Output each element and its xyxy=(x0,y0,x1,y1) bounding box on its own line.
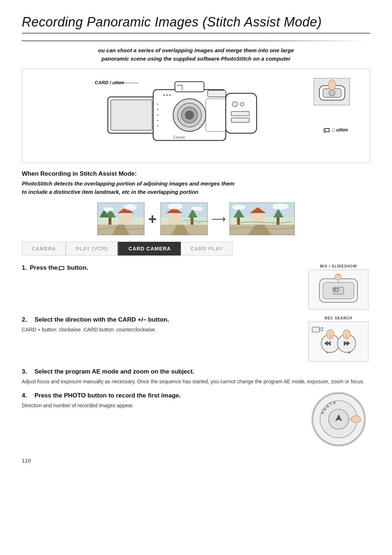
photo-thumbnail xyxy=(314,78,350,105)
svg-point-20 xyxy=(163,94,165,96)
step-4-body: Direction and number of recorded images … xyxy=(22,401,298,409)
tab-camera[interactable]: CAMERA xyxy=(22,242,66,256)
svg-point-64 xyxy=(273,204,289,209)
tab-play-vcr[interactable]: PLAY (VCR) xyxy=(66,242,118,256)
svg-marker-73 xyxy=(319,327,323,331)
svg-rect-37 xyxy=(109,217,111,225)
steps-section: 1. Press the button. MIX / SLIDESHOW xyxy=(22,264,370,446)
plus-sign: + xyxy=(148,211,156,227)
svg-point-41 xyxy=(124,204,137,210)
step-3-body: Adjust focus and exposure manually as ne… xyxy=(22,378,370,385)
svg-point-51 xyxy=(168,204,183,209)
svg-rect-49 xyxy=(168,213,181,225)
camera-diagram: CARD / utton xyxy=(22,69,370,163)
mode-tabs: CAMERA PLAY (VCR) CARD CAMERA CARD PLAY xyxy=(22,242,370,256)
step-4-heading: 4. Press the PHOTO button to record the … xyxy=(22,392,298,399)
intro-text: ou can shoot a series of overlapping ima… xyxy=(22,46,370,63)
svg-point-16 xyxy=(240,102,244,106)
svg-rect-48 xyxy=(191,217,193,225)
svg-point-63 xyxy=(232,205,245,210)
svg-rect-1 xyxy=(111,100,152,130)
svg-point-30 xyxy=(328,80,336,90)
svg-point-29 xyxy=(329,90,335,96)
step-4: 4. Press the PHOTO button to record the … xyxy=(22,392,370,446)
svg-point-91 xyxy=(351,416,361,423)
stitch-images-row: + ⟶ xyxy=(22,203,370,235)
svg-point-42 xyxy=(103,207,114,212)
step-1: 1. Press the button. MIX / SLIDESHOW xyxy=(22,264,370,310)
svg-text:Canon: Canon xyxy=(173,135,185,139)
step-2: 2. Select the direction with the CARD +/… xyxy=(22,316,370,362)
svg-rect-62 xyxy=(277,217,279,225)
svg-point-21 xyxy=(166,94,168,96)
tab-card-camera[interactable]: CARD CAMERA xyxy=(119,242,181,256)
square-button-label: □ utton xyxy=(324,127,348,132)
tab-card-play[interactable]: CARD PLAY xyxy=(181,242,233,256)
arrow-sign: ⟶ xyxy=(211,213,226,225)
step-2-body: CARD + button: clockwise. CARD button: c… xyxy=(22,326,298,334)
stitch-section-desc: PhotoStitch detects the overlapping port… xyxy=(22,180,370,196)
step-2-illustration: – + xyxy=(309,322,368,362)
page-number: 110 xyxy=(22,457,370,464)
stitch-image-1 xyxy=(97,203,144,235)
square-icon xyxy=(324,128,330,132)
stitch-image-merged xyxy=(229,203,295,235)
step-2-heading: 2. Select the direction with the CARD +/… xyxy=(22,316,298,323)
step-3-heading: 3. Select the program AE mode and zoom o… xyxy=(22,368,370,375)
svg-rect-39 xyxy=(119,213,132,225)
rec-search-label: REC SEARCH xyxy=(324,316,352,320)
step-3: 3. Select the program AE mode and zoom o… xyxy=(22,368,370,385)
svg-rect-58 xyxy=(237,217,240,225)
stitch-section-heading: When Recording in Stitch Assist Mode: xyxy=(22,170,370,177)
stitch-image-2 xyxy=(160,203,208,235)
svg-rect-8 xyxy=(208,90,226,97)
step-1-diagram: MIX / SLIDESHOW xyxy=(307,264,370,310)
step-2-diagram: REC SEARCH xyxy=(307,316,370,362)
svg-point-22 xyxy=(169,94,171,96)
mix-slideshow-label: MIX / SLIDESHOW xyxy=(320,264,357,268)
svg-rect-59 xyxy=(252,213,264,225)
svg-rect-72 xyxy=(312,327,319,332)
svg-point-52 xyxy=(191,207,203,211)
svg-point-6 xyxy=(185,111,194,119)
svg-rect-18 xyxy=(231,118,249,122)
svg-text:+: + xyxy=(348,350,351,355)
square-icon-step1 xyxy=(59,266,64,270)
step-1-heading: 1. Press the button. xyxy=(22,264,298,272)
title-divider xyxy=(22,40,370,41)
step-1-illustration xyxy=(309,270,368,310)
svg-rect-17 xyxy=(231,111,249,116)
page-title: Recording Panoramic Images (Stitch Assis… xyxy=(22,15,370,34)
svg-text:–: – xyxy=(326,350,329,355)
camera-illustration: Canon xyxy=(104,75,271,156)
step-4-diagram: PHOTO xyxy=(307,392,370,446)
step-4-illustration: PHOTO xyxy=(311,392,366,446)
svg-point-15 xyxy=(232,102,237,107)
svg-rect-7 xyxy=(175,82,204,92)
